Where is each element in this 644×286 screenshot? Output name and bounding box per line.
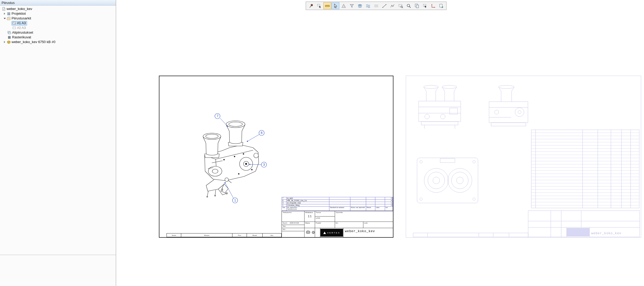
pin-tool-button[interactable] — [307, 2, 315, 9]
revision-table: Versio Muutos Pvm Muutti Hyv. — [167, 233, 282, 237]
bom-header-qty: Kpl — [385, 207, 393, 211]
approved-label: Hyv. — [283, 228, 286, 230]
em-label: Em. — [336, 222, 339, 224]
balloon-1-number: 1 — [234, 199, 236, 202]
bom-cell — [350, 197, 366, 200]
balloon-7-number: 7 — [217, 114, 219, 118]
bom-part-name: al_imuputki_Gas — [287, 202, 329, 204]
subdrawing-icon — [7, 31, 11, 35]
line-tool-button[interactable] — [380, 2, 388, 9]
panel-header[interactable]: Piirustus — [0, 0, 116, 6]
vertex-logo-text: VERTEX — [327, 232, 340, 234]
vertex-logo: VERTEX — [320, 229, 343, 237]
tree-item-weber-koko-kev[interactable]: weber_koko_kev — [0, 7, 116, 11]
bom-part-name: ej_apin — [287, 197, 329, 200]
tree-item-projektiot[interactable]: Projektiot — [0, 11, 116, 16]
bom-header-mass: Massa — [366, 207, 375, 211]
zoom-window-tool-button[interactable] — [397, 2, 404, 9]
expand-collapsed-icon[interactable] — [3, 41, 6, 44]
bom-cell — [329, 202, 350, 204]
balloon-6[interactable]: 6 — [247, 130, 264, 142]
bom-qty: 2 — [385, 204, 393, 207]
drawing-sheet-1[interactable]: 7 6 3 1 7 ej_apin 2 6 — [159, 76, 393, 238]
floating-toolbar — [306, 2, 446, 10]
revision-col-hyv: Hyv. — [263, 233, 281, 237]
drawing-browser-panel: Piirustus weber_koko_kev Projektiot — [0, 0, 116, 286]
polyline-tool-button[interactable] — [388, 2, 396, 9]
bom-cell: 3 — [282, 202, 287, 204]
bom-header-name: Piir. osanumero Taulukkomuoto — [287, 207, 329, 211]
filter-tool-button[interactable] — [348, 2, 356, 9]
tree-item-label: weber_koko_kev 6750 kB #0 — [12, 40, 55, 44]
bom-cell — [350, 202, 366, 204]
ghost-revision-table — [413, 233, 528, 237]
bom-part-name: WB_38_DGAS_Ura_Liu — [287, 200, 329, 202]
panel-title: Piirustus — [2, 1, 15, 5]
bom-cell — [350, 204, 366, 207]
revision-col-muutti: Muutti — [247, 233, 263, 237]
tree-item-model-weber-koko-kev[interactable]: weber_koko_kev 6750 kB #0 — [0, 40, 116, 44]
surfaces-tool-button[interactable] — [364, 2, 372, 9]
globe-icon[interactable] — [312, 231, 315, 235]
axes-tool-button[interactable] — [429, 2, 437, 9]
ghost-logo — [567, 228, 589, 236]
bom-header-pos: Osa — [282, 207, 287, 211]
balloon-7[interactable]: 7 — [215, 113, 228, 127]
planes-tool-button[interactable] — [372, 2, 380, 9]
bom-cell — [375, 200, 385, 202]
title-label: Työnimike — [336, 212, 343, 214]
side-view — [489, 85, 528, 126]
checked-label: Tark. — [283, 225, 286, 227]
tree-item-alipiirustukset[interactable]: Alipiirustukset — [0, 30, 116, 35]
pointer-tool-button[interactable] — [331, 2, 339, 9]
designed-value: 2009-04-NJS — [290, 222, 299, 224]
revision-col-muutos: Muutos — [181, 233, 232, 237]
sheet-2-views — [413, 85, 640, 237]
bom-header-material: Muoto, mat. lajimerkki — [350, 207, 366, 211]
revision-col-pvm: Pvm — [232, 233, 247, 237]
tree-item-sheet-2-a3[interactable]: #2 A3 — [0, 25, 116, 30]
bom-qty: 1 — [385, 202, 393, 204]
bom-cell — [375, 204, 385, 207]
drawing-name: weber_koko_kev — [345, 231, 375, 232]
bom-part-name: Curciana_flang — [287, 204, 329, 207]
top-view — [417, 158, 478, 203]
bom-cell — [329, 200, 350, 202]
parts-list: 7 ej_apin 2 6 WB_38_DGAS_Ura_Liu 4 3 al_… — [282, 197, 393, 211]
bom-cell — [366, 202, 375, 204]
project-label: Projekti — [316, 222, 321, 224]
drawing-sheet-2-preview[interactable]: weber_koko_kev — [406, 76, 641, 238]
panel-divider — [0, 255, 116, 255]
bom-cell — [366, 200, 375, 202]
layers-tool-button[interactable] — [356, 2, 364, 9]
carburetor-isometric-view[interactable] — [203, 121, 259, 197]
tree-item-label: #2 A3 — [17, 25, 26, 30]
bom-cell — [350, 200, 366, 202]
tree-item-piirustusarkit[interactable]: Piirustusarkit — [0, 16, 116, 21]
select-region-tool-button[interactable] — [315, 2, 323, 9]
vertex-logo-triangle — [323, 232, 326, 234]
expand-collapsed-icon[interactable] — [3, 12, 6, 15]
copy-view-tool-button[interactable] — [413, 2, 421, 9]
revision-col-versio: Versio — [167, 233, 181, 237]
hatch-tool-button[interactable] — [340, 2, 347, 9]
expand-expanded-icon[interactable] — [3, 17, 6, 20]
sheets-folder-icon — [7, 17, 11, 20]
sheet-2-graphics: weber_koko_kev — [406, 76, 641, 237]
bom-cell: 7 — [282, 197, 287, 200]
mass-label: Massa — [305, 222, 310, 224]
sheets-label: Lehtiä — [316, 217, 320, 219]
bom-cell: 6 — [282, 200, 287, 202]
tree-item-sheet-1-a3[interactable]: #1 A3 — [0, 21, 116, 25]
measure-tool-button[interactable] — [323, 2, 331, 9]
plot-icon[interactable] — [306, 231, 310, 234]
bom-qty: 2 — [385, 197, 393, 200]
ghost-title-block — [528, 211, 640, 237]
new-sheet-tool-button[interactable] — [437, 2, 445, 9]
tree-item-rasterikuvat[interactable]: Rasterikuvat — [0, 35, 116, 40]
zoom-tool-button[interactable] — [405, 2, 413, 9]
drawing-tree: weber_koko_kev Projektiot Piirustusarkit — [0, 6, 116, 44]
designed-label: Suunn. — [283, 222, 288, 224]
zoom-select-tool-button[interactable] — [421, 2, 429, 9]
bom-cell: 1 — [282, 204, 287, 207]
